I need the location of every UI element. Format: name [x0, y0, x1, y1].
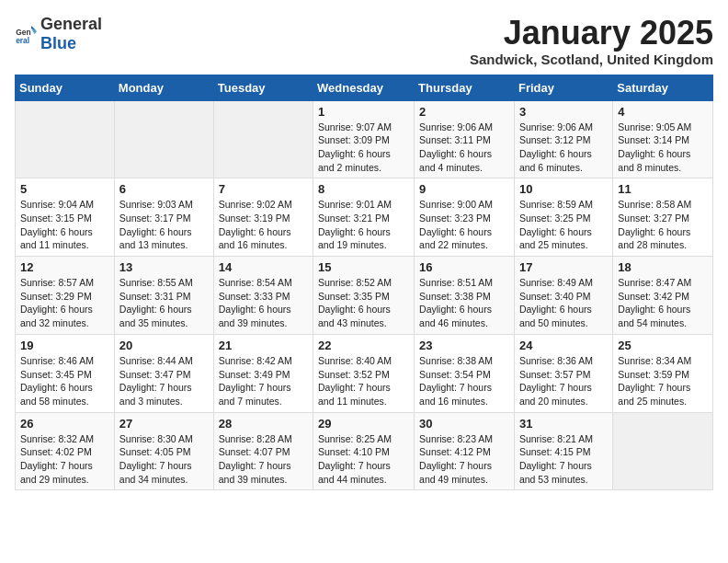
- day-number: 18: [618, 260, 708, 274]
- cell-line: Daylight: 6 hours and 19 minutes.: [318, 226, 391, 251]
- calendar-cell: [114, 100, 213, 178]
- calendar-cell: 16Sunrise: 8:51 AMSunset: 3:38 PMDayligh…: [415, 257, 515, 335]
- cell-line: Sunset: 3:27 PM: [618, 213, 689, 224]
- cell-line: Daylight: 6 hours and 28 minutes.: [618, 226, 690, 251]
- cell-content: Sunrise: 8:49 AMSunset: 3:40 PMDaylight:…: [519, 276, 608, 330]
- cell-content: Sunrise: 8:46 AMSunset: 3:45 PMDaylight:…: [20, 354, 109, 408]
- cell-content: Sunrise: 9:04 AMSunset: 3:15 PMDaylight:…: [20, 198, 109, 252]
- cell-content: Sunrise: 8:44 AMSunset: 3:47 PMDaylight:…: [119, 354, 209, 408]
- cell-content: Sunrise: 9:06 AMSunset: 3:12 PMDaylight:…: [519, 121, 608, 175]
- calendar-cell: 26Sunrise: 8:32 AMSunset: 4:02 PMDayligh…: [16, 412, 115, 490]
- cell-line: Sunset: 3:09 PM: [318, 134, 390, 145]
- page-header: Gen eral General Blue January 2025 Sandw…: [15, 15, 713, 67]
- calendar-cell: 3Sunrise: 9:06 AMSunset: 3:12 PMDaylight…: [514, 100, 612, 178]
- cell-content: Sunrise: 9:02 AMSunset: 3:19 PMDaylight:…: [219, 198, 308, 252]
- calendar-cell: 15Sunrise: 8:52 AMSunset: 3:35 PMDayligh…: [313, 257, 415, 335]
- cell-line: Sunrise: 8:36 AM: [519, 355, 593, 366]
- cell-line: Sunrise: 9:04 AM: [20, 199, 94, 210]
- cell-line: Daylight: 7 hours and 25 minutes.: [618, 382, 690, 407]
- cell-content: Sunrise: 8:34 AMSunset: 3:59 PMDaylight:…: [618, 354, 708, 408]
- day-number: 27: [119, 417, 209, 431]
- day-number: 2: [419, 105, 509, 119]
- cell-content: Sunrise: 8:28 AMSunset: 4:07 PMDaylight:…: [219, 432, 308, 487]
- cell-line: Sunset: 3:38 PM: [419, 291, 491, 302]
- cell-line: Sunrise: 8:25 AM: [318, 433, 392, 444]
- cell-content: Sunrise: 8:36 AMSunset: 3:57 PMDaylight:…: [519, 354, 608, 408]
- cell-content: Sunrise: 9:05 AMSunset: 3:14 PMDaylight:…: [618, 121, 708, 175]
- cell-line: Sunset: 3:52 PM: [318, 369, 390, 380]
- cell-line: Sunset: 3:49 PM: [219, 369, 290, 380]
- calendar-cell: 10Sunrise: 8:59 AMSunset: 3:25 PMDayligh…: [514, 178, 612, 257]
- cell-line: Sunrise: 8:23 AM: [419, 433, 493, 444]
- cell-line: Daylight: 6 hours and 35 minutes.: [119, 304, 192, 328]
- calendar-cell: 7Sunrise: 9:02 AMSunset: 3:19 PMDaylight…: [213, 178, 313, 257]
- cell-line: Sunrise: 8:42 AM: [219, 355, 292, 366]
- cell-line: Daylight: 7 hours and 16 minutes.: [419, 382, 492, 407]
- day-number: 31: [519, 417, 608, 431]
- cell-content: Sunrise: 8:58 AMSunset: 3:27 PMDaylight:…: [618, 198, 708, 252]
- weekday-header-row: SundayMondayTuesdayWednesdayThursdayFrid…: [16, 75, 713, 100]
- calendar-cell: 4Sunrise: 9:05 AMSunset: 3:14 PMDaylight…: [613, 100, 713, 178]
- cell-content: Sunrise: 8:21 AMSunset: 4:15 PMDaylight:…: [519, 432, 608, 487]
- day-number: 20: [119, 339, 209, 352]
- cell-line: Daylight: 6 hours and 11 minutes.: [20, 226, 93, 251]
- day-number: 1: [318, 105, 409, 119]
- calendar-cell: 19Sunrise: 8:46 AMSunset: 3:45 PMDayligh…: [16, 334, 115, 412]
- cell-line: Sunrise: 8:34 AM: [618, 355, 691, 366]
- calendar-cell: [16, 100, 115, 178]
- month-title: January 2025: [470, 15, 713, 52]
- cell-line: Sunset: 3:17 PM: [119, 213, 191, 224]
- calendar-cell: 11Sunrise: 8:58 AMSunset: 3:27 PMDayligh…: [613, 178, 713, 257]
- cell-content: Sunrise: 8:40 AMSunset: 3:52 PMDaylight:…: [318, 354, 409, 408]
- day-number: 13: [119, 260, 209, 274]
- cell-line: Daylight: 6 hours and 2 minutes.: [318, 148, 391, 173]
- calendar-cell: 17Sunrise: 8:49 AMSunset: 3:40 PMDayligh…: [514, 257, 612, 335]
- cell-line: Sunrise: 8:51 AM: [419, 277, 493, 288]
- calendar-week-3: 12Sunrise: 8:57 AMSunset: 3:29 PMDayligh…: [16, 257, 713, 335]
- cell-line: Sunrise: 8:44 AM: [119, 355, 193, 366]
- weekday-header-sunday: Sunday: [16, 75, 115, 100]
- cell-line: Sunset: 3:31 PM: [119, 291, 191, 302]
- calendar-cell: [613, 412, 713, 490]
- calendar-cell: 12Sunrise: 8:57 AMSunset: 3:29 PMDayligh…: [16, 257, 115, 335]
- cell-line: Daylight: 6 hours and 4 minutes.: [419, 148, 492, 173]
- cell-line: Sunset: 3:33 PM: [219, 291, 290, 302]
- logo-blue: Blue: [40, 34, 76, 52]
- cell-line: Daylight: 7 hours and 53 minutes.: [519, 460, 592, 485]
- cell-line: Sunset: 3:54 PM: [419, 369, 491, 380]
- cell-line: Daylight: 6 hours and 50 minutes.: [519, 304, 592, 328]
- calendar-week-2: 5Sunrise: 9:04 AMSunset: 3:15 PMDaylight…: [16, 178, 713, 257]
- cell-line: Sunset: 3:15 PM: [20, 213, 92, 224]
- cell-line: Daylight: 7 hours and 34 minutes.: [119, 460, 192, 485]
- weekday-header-tuesday: Tuesday: [213, 75, 313, 100]
- cell-line: Sunrise: 9:00 AM: [419, 199, 493, 210]
- calendar-cell: 6Sunrise: 9:03 AMSunset: 3:17 PMDaylight…: [114, 178, 213, 257]
- cell-line: Sunset: 3:45 PM: [20, 369, 92, 380]
- calendar-cell: 13Sunrise: 8:55 AMSunset: 3:31 PMDayligh…: [114, 257, 213, 335]
- calendar-cell: 9Sunrise: 9:00 AMSunset: 3:23 PMDaylight…: [415, 178, 515, 257]
- cell-line: Sunrise: 8:58 AM: [618, 199, 691, 210]
- cell-line: Daylight: 6 hours and 22 minutes.: [419, 226, 492, 251]
- calendar-cell: 2Sunrise: 9:06 AMSunset: 3:11 PMDaylight…: [415, 100, 515, 178]
- cell-line: Daylight: 7 hours and 7 minutes.: [219, 382, 291, 407]
- day-number: 25: [618, 339, 708, 352]
- cell-line: Sunrise: 8:21 AM: [519, 433, 593, 444]
- calendar-table: SundayMondayTuesdayWednesdayThursdayFrid…: [15, 75, 713, 491]
- cell-content: Sunrise: 8:57 AMSunset: 3:29 PMDaylight:…: [20, 276, 109, 330]
- logo-icon: Gen eral: [15, 23, 37, 45]
- calendar-cell: 8Sunrise: 9:01 AMSunset: 3:21 PMDaylight…: [313, 178, 415, 257]
- cell-content: Sunrise: 8:52 AMSunset: 3:35 PMDaylight:…: [318, 276, 409, 330]
- cell-line: Sunrise: 8:52 AM: [318, 277, 392, 288]
- calendar-cell: 31Sunrise: 8:21 AMSunset: 4:15 PMDayligh…: [514, 412, 612, 490]
- day-number: 29: [318, 417, 409, 431]
- cell-content: Sunrise: 9:03 AMSunset: 3:17 PMDaylight:…: [119, 198, 209, 252]
- cell-content: Sunrise: 8:54 AMSunset: 3:33 PMDaylight:…: [219, 276, 308, 330]
- svg-text:eral: eral: [16, 36, 29, 45]
- day-number: 16: [419, 260, 509, 274]
- cell-content: Sunrise: 9:06 AMSunset: 3:11 PMDaylight:…: [419, 121, 509, 175]
- day-number: 4: [618, 105, 708, 119]
- cell-line: Daylight: 7 hours and 20 minutes.: [519, 382, 592, 407]
- cell-line: Sunset: 3:59 PM: [618, 369, 689, 380]
- calendar-cell: 25Sunrise: 8:34 AMSunset: 3:59 PMDayligh…: [613, 334, 713, 412]
- cell-line: Sunrise: 8:30 AM: [119, 433, 193, 444]
